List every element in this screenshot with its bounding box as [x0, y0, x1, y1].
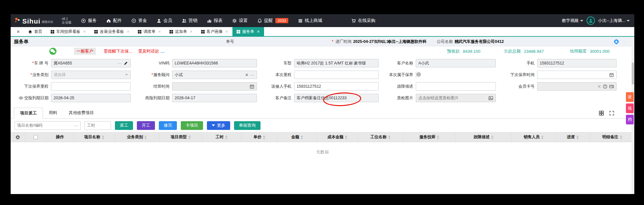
close-icon[interactable]: ✕	[225, 30, 228, 34]
biz-type-select[interactable]: 请选择	[51, 71, 131, 79]
order-settings-button[interactable]	[614, 37, 619, 46]
menu-online-purchase[interactable]: 在线采购	[351, 18, 375, 24]
tab-append-order[interactable]: 追加单 ✕	[165, 27, 197, 36]
table-settings-cell[interactable]	[11, 132, 25, 142]
phone-input[interactable]	[537, 59, 617, 67]
tab-project-dispatch[interactable]: 项目派工	[14, 108, 43, 119]
start-work-button[interactable]: 开工	[137, 121, 155, 130]
calendar-icon[interactable]	[609, 73, 614, 77]
column-detail-note[interactable]: 明细备注	[590, 132, 634, 142]
column-amount[interactable]: 金额	[278, 132, 317, 142]
menu-service[interactable]: 服务	[81, 18, 97, 24]
tutorial-dropdown[interactable]: 教学视频	[562, 18, 583, 24]
pencil-icon[interactable]	[123, 61, 128, 66]
project-search-box[interactable]: ···	[15, 121, 81, 130]
customer-note-field[interactable]	[297, 96, 376, 100]
tab-refit-board[interactable]: 改装业务看板 ✕	[90, 27, 134, 36]
more-button[interactable]: 更多	[207, 121, 230, 130]
menu-funds[interactable]: ¥ 资金	[131, 18, 147, 24]
next-maint-time-field[interactable]	[540, 73, 608, 77]
next-maint-time-input[interactable]	[537, 71, 617, 79]
mileage-input[interactable]	[294, 71, 379, 79]
clear-icon[interactable]: ✕	[598, 84, 601, 89]
customer-note-input[interactable]	[294, 94, 379, 102]
menu-reminder[interactable]: 提醒 2033	[257, 18, 288, 24]
column-hours[interactable]: 工时	[202, 132, 241, 142]
advisor-input[interactable]: ✕ ···	[172, 71, 257, 79]
tab-customer-profile[interactable]: 客户画像 ✕	[197, 27, 232, 36]
close-icon[interactable]: ✕	[127, 30, 129, 34]
menu-report[interactable]: 报表	[207, 18, 222, 24]
settle-time-input[interactable]	[172, 82, 257, 91]
qc-image-input[interactable]	[416, 94, 496, 102]
plate-input[interactable]: ···	[51, 59, 131, 67]
phone-field[interactable]	[540, 61, 614, 65]
column-progress[interactable]: 进度	[556, 132, 590, 142]
tab-service-order[interactable]: 服务单 ✕	[232, 27, 264, 36]
plate-field[interactable]	[54, 61, 116, 65]
tab-home[interactable]: 首页	[24, 27, 46, 36]
project-search-input[interactable]	[17, 123, 74, 128]
side-archive-button[interactable]: 档	[626, 115, 634, 124]
brand-logo[interactable]: Sihui 驷惠科技	[14, 17, 53, 24]
order-query-button[interactable]: 单据查询	[234, 121, 261, 130]
vci-expire-input[interactable]	[172, 94, 257, 102]
card-icon[interactable]	[609, 84, 614, 89]
member-card-input[interactable]: ✕	[537, 82, 617, 91]
hours-input[interactable]	[87, 123, 108, 128]
tab-workshop-board[interactable]: 车间技师看板 ✕	[46, 27, 90, 36]
tab-materials[interactable]: 用料	[43, 107, 63, 118]
info-icon[interactable]	[603, 84, 608, 89]
hours-box[interactable]	[85, 121, 111, 130]
more-icon[interactable]: ···	[250, 73, 254, 77]
maintenance-toggle[interactable]	[416, 72, 416, 78]
user-menu[interactable]: 小沈--上海驷...	[598, 18, 630, 24]
vin-field[interactable]	[175, 61, 254, 65]
more-dots-icon[interactable]: …	[160, 49, 165, 54]
column-cost-amount[interactable]: 成本金额	[317, 132, 358, 142]
menu-parts[interactable]: 配件	[106, 18, 122, 24]
fullscreen-icon[interactable]	[609, 111, 614, 116]
tab-dispatch-order[interactable]: 调度单 ✕	[134, 27, 165, 36]
close-all-tabs-icon[interactable]: ✕	[13, 29, 24, 34]
dispatch-button[interactable]: 派工	[115, 121, 133, 130]
side-dispatch-button[interactable]: 派	[626, 92, 634, 102]
wechat-button[interactable]	[49, 46, 56, 56]
column-project-name[interactable]: 项目名称	[74, 132, 115, 142]
more-icon[interactable]: ···	[74, 123, 78, 128]
column-fault-desc[interactable]: 故障描述	[456, 132, 512, 142]
remind-next-maintenance-link[interactable]: 需提醒下次保...	[104, 46, 132, 56]
image-icon[interactable]	[488, 96, 493, 101]
menu-online-mall[interactable]: 线上商城	[298, 18, 322, 24]
select-all-checkbox[interactable]	[34, 135, 38, 139]
column-project-type[interactable]: 项目类型	[159, 132, 202, 142]
column-unit-price[interactable]: 单价	[241, 132, 278, 142]
menu-settings[interactable]: 设置	[232, 18, 248, 24]
fault-desc-field[interactable]	[418, 84, 493, 89]
finish-repair-button[interactable]: 修完	[159, 121, 177, 130]
mileage-field[interactable]	[297, 73, 376, 77]
column-technician[interactable]: 服务技师	[403, 132, 456, 142]
scrollbar-thumb[interactable]	[632, 63, 634, 84]
close-icon[interactable]: ✕	[83, 30, 86, 34]
customer-name-input[interactable]	[416, 59, 496, 67]
column-salesperson[interactable]: 销售人员	[512, 132, 556, 142]
tab-other-charges[interactable]: 其他收费项目	[63, 107, 100, 118]
close-icon[interactable]: ✕	[190, 30, 193, 34]
clear-icon[interactable]: ✕	[245, 73, 249, 77]
tci-expire-input[interactable]	[51, 94, 131, 102]
close-icon[interactable]: ✕	[257, 30, 260, 34]
vin-input[interactable]	[172, 59, 257, 67]
tci-expire-field[interactable]	[54, 96, 128, 100]
menu-member[interactable]: 会员	[157, 18, 172, 24]
close-icon[interactable]: ✕	[158, 30, 161, 34]
next-maint-mileage-input[interactable]	[51, 82, 131, 91]
side-receive-button[interactable]: 领	[626, 103, 634, 113]
vci-expire-field[interactable]	[175, 96, 254, 100]
more-icon[interactable]: ···	[118, 61, 122, 65]
advisor-field[interactable]	[175, 73, 243, 77]
remind-repayment-link[interactable]: 需及时还款…	[138, 46, 165, 56]
sender-phone-field[interactable]	[297, 84, 376, 89]
user-avatar[interactable]	[587, 16, 595, 25]
customer-name-field[interactable]	[418, 61, 493, 65]
